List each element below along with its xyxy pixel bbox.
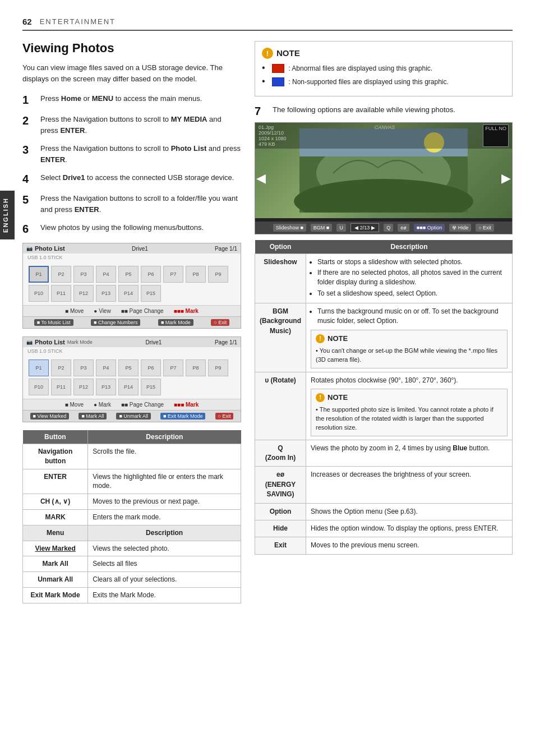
photo-list-title-2: Photo List (35, 339, 65, 345)
options-col-header: Option (255, 240, 306, 254)
option-rotate: υ (Rotate) (255, 372, 306, 440)
note-icon: ! (262, 48, 273, 59)
option-exit-row: Exit Moves to the previous menu screen. (255, 537, 513, 554)
table-row: Unmark All Clears all of your selections… (23, 572, 241, 588)
counter-prev[interactable]: ◀ (354, 225, 358, 231)
page-number: 62 (22, 17, 32, 26)
thumb-p1: P1 (29, 266, 49, 283)
step-3-num: 3 (22, 143, 35, 156)
toolbar-option[interactable]: ■■■ Option (414, 224, 445, 232)
toolbar-u[interactable]: U (336, 224, 346, 232)
photo-list-ui-2: 📷 Photo List Mark Mode Drive1 Page 1/1 U… (22, 336, 241, 422)
photo-grid-2: P1 P2 P3 P4 P5 P6 P7 P8 P9 P10 P11 P12 P… (23, 355, 241, 399)
step-2-num: 2 (22, 114, 35, 127)
thumb-p12: P12 (73, 285, 94, 302)
thumb-p9: P9 (208, 266, 228, 283)
bgm-note-title: ! NOTE (316, 334, 502, 344)
step-6: 6 View photos by using the following men… (22, 222, 241, 236)
viewer-arrow-left[interactable]: ◀ (256, 171, 266, 186)
thumb-p14: P14 (118, 285, 139, 302)
photo-list-ui-1: 📷 Photo List Drive1 Page 1/1 USB 1.0 STI… (22, 243, 241, 329)
counter-value: 2/13 (360, 225, 370, 231)
nav2-move: ■ Move (65, 402, 84, 408)
thumb2-p2: P2 (51, 359, 71, 376)
table-row: Exit Mark Mode Exits the Mark Mode. (23, 587, 241, 603)
step-3-text: Press the Navigation buttons to scroll t… (40, 143, 241, 165)
option-energy-desc: Increases or decreases the brightness of… (306, 467, 513, 503)
toolbar-slideshow[interactable]: Slideshow ■ (273, 224, 306, 232)
thumb2-p13: P13 (96, 379, 116, 395)
btn-exit-1[interactable]: ○ Exit (211, 319, 229, 326)
menu-col-header: Menu (23, 525, 88, 541)
thumb2-p14: P14 (118, 379, 139, 395)
thumb2-p8: P8 (186, 359, 206, 376)
photo-list-buttons-2: ■ View Marked ■ Mark All ■ Unmark All ■ … (23, 410, 241, 422)
photo-list-title-1: Photo List (35, 245, 65, 252)
toolbar-energy[interactable]: eø (398, 224, 409, 232)
rotate-note-text: • The supported photo size is limited. Y… (316, 406, 494, 431)
step-4-text: Select Drive1 to access the connected US… (40, 172, 234, 183)
option-slideshow: Slideshow (255, 253, 306, 303)
menu-unmark-all: Unmark All (23, 572, 88, 588)
option-exit: Exit (255, 537, 306, 554)
photo-viewer-toolbar: Slideshow ■ BGM ■ U ◀ 2/13 ▶ Q eø ■■■ Op… (255, 222, 512, 234)
thumb-p6: P6 (141, 266, 161, 283)
step-1: 1 Press Home or MENU to access the main … (22, 93, 241, 107)
thumb-p7: P7 (163, 266, 183, 283)
photo-viewer-info: 01.Jpg 2009/12/10 1024 x 1080 479 KB CAN… (255, 123, 512, 149)
option-slideshow-row: Slideshow Starts or stops a slideshow wi… (255, 253, 513, 303)
table-row: Menu Description (23, 525, 241, 541)
nav-move: ■ Move (65, 308, 84, 314)
btn-view-marked[interactable]: ■ View Marked (30, 413, 70, 420)
option-zoom: Q(Zoom In) (255, 440, 306, 467)
option-bgm-desc: Turns the background music on or off. To… (306, 303, 513, 372)
thumb-p11: P11 (51, 285, 71, 302)
btn-exit-mark-mode[interactable]: ■ Exit Mark Mode (160, 413, 205, 420)
abnormal-file-graphic (272, 64, 284, 73)
desc-col-header: Description (88, 430, 241, 444)
btn-exit-2[interactable]: ○ Exit (215, 413, 234, 420)
thumb-p15: P15 (141, 285, 161, 302)
btn-music-list[interactable]: ■ To Music List (34, 319, 73, 326)
btn-change-numbers[interactable]: ■ Change Numbers (91, 319, 140, 326)
step-6-text: View photos by using the following menus… (40, 222, 204, 233)
step-3: 3 Press the Navigation buttons to scroll… (22, 143, 241, 165)
photo-list-page-1: Page 1/1 (215, 246, 237, 252)
menu-unmark-all-desc: Clears all of your selections. (88, 572, 241, 588)
button-table: Button Description Navigation button Scr… (22, 430, 241, 603)
nav2-page: ■■ Page Change (121, 402, 164, 408)
toolbar-hide[interactable]: ☢ Hide (449, 224, 471, 232)
bgm-note-text: • You can't change or set-up the BGM whi… (316, 347, 497, 363)
step-7: 7 The following options are available wh… (255, 104, 513, 118)
page: 62 ENTERTAINMENT ENGLISH Viewing Photos … (0, 0, 535, 620)
note-bullet-2: • : Non-supported files are displayed us… (262, 77, 505, 87)
toolbar-counter: ◀ 2/13 ▶ (350, 223, 380, 232)
toolbar-q[interactable]: Q (384, 224, 393, 232)
section-title: ENTERTAINMENT (40, 17, 116, 26)
step-4: 4 Select Drive1 to access the connected … (22, 172, 241, 186)
options-desc-header: Description (306, 240, 513, 254)
counter-next[interactable]: ▶ (371, 225, 375, 231)
btn-enter: ENTER (23, 469, 88, 494)
canvas-badge: CANVAS (375, 125, 395, 147)
btn-mark-all[interactable]: ■ Mark All (79, 413, 107, 420)
thumb-p5: P5 (118, 266, 139, 283)
file-info: 01.Jpg 2009/12/10 1024 x 1080 479 KB (259, 125, 287, 147)
btn-mark-desc: Enters the mark mode. (88, 509, 241, 525)
thumb2-p7: P7 (163, 359, 183, 376)
full-no-badge: FULL NO (483, 125, 509, 147)
toolbar-bgm[interactable]: BGM ■ (311, 224, 332, 232)
step-5-num: 5 (22, 193, 35, 206)
toolbar-exit[interactable]: ○ Exit (476, 224, 494, 232)
top-bar: 62 ENTERTAINMENT (22, 17, 513, 31)
photo-list-drive-2: Drive1 (145, 339, 162, 345)
step-2: 2 Press the Navigation buttons to scroll… (22, 114, 241, 136)
viewer-arrow-right[interactable]: ▶ (501, 171, 511, 186)
photo-list-nav-2: ■ Move ● Mark ■■ Page Change ■■■ Mark (23, 399, 241, 410)
step-2-text: Press the Navigation buttons to scroll t… (40, 114, 241, 136)
btn-mark-mode[interactable]: ■ Mark Mode (158, 319, 193, 326)
btn-ch-desc: Moves to the previous or next page. (88, 494, 241, 510)
option-zoom-row: Q(Zoom In) Views the photo by zoom in 2,… (255, 440, 513, 467)
rotate-note-title: ! NOTE (316, 393, 502, 403)
btn-unmark-all[interactable]: ■ Unmark All (116, 413, 150, 420)
